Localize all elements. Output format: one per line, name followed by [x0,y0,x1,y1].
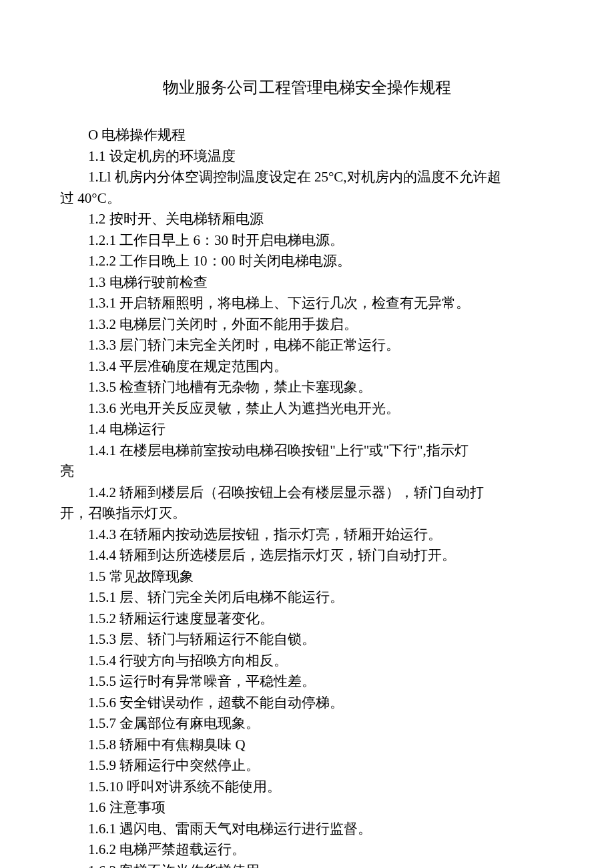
content-line: 1.6.1 遇闪电、雷雨天气对电梯运行进行监督。 [60,819,554,840]
content-line: 1.4.2 轿厢到楼层后（召唤按钮上会有楼层显示器），轿门自动打 [60,482,554,504]
content-line: 1.3.3 层门轿门未完全关闭时，电梯不能正常运行。 [60,335,554,356]
content-line: 1.2 按时开、关电梯轿厢电源 [60,209,554,230]
content-line: 1.5.4 行驶方向与招唤方向相反。 [60,650,554,672]
content-line: 1.5.5 运行时有异常噪音，平稳性差。 [60,671,554,693]
content-line: 1.5.10 呼叫对讲系统不能使用。 [60,777,554,798]
content-line: 亮 [60,461,554,482]
content-line: 1.5.2 轿厢运行速度显著变化。 [60,608,554,630]
content-line: 1.6.2 电梯严禁超载运行。 [60,839,554,861]
content-line: 1.3.5 检查轿门地槽有无杂物，禁止卡塞现象。 [60,377,554,398]
content-line: 1.5.1 层、轿门完全关闭后电梯不能运行。 [60,587,554,608]
content-line: 1.3 电梯行驶前检查 [60,272,554,294]
content-line: 1.6.3 客梯不许当作货梯使用。 [60,861,554,869]
content-line: 过 40°C。 [60,188,554,209]
content-line: 1.5.6 安全钳误动作，超载不能自动停梯。 [60,693,554,714]
content-line: 1.3.1 开启轿厢照明，将电梯上、下运行几次，检查有无异常。 [60,293,554,314]
document-content: O 电梯操作规程 1.1 设定机房的环境温度 1.Ll 机房内分体空调控制温度设… [60,125,554,868]
content-line: 1.1 设定机房的环境温度 [60,146,554,167]
content-line: 1.4.4 轿厢到达所选楼层后，选层指示灯灭，轿门自动打开。 [60,545,554,566]
content-line: 1.3.6 光电开关反应灵敏，禁止人为遮挡光电开光。 [60,398,554,420]
document-title: 物业服务公司工程管理电梯安全操作规程 [60,77,554,98]
content-line: 开，召唤指示灯灭。 [60,503,554,524]
content-line: 1.5.8 轿厢中有焦糊臭味 Q [60,735,554,756]
content-line: 1.3.4 平层准确度在规定范围内。 [60,356,554,378]
content-line: 1.5.9 轿厢运行中突然停止。 [60,755,554,777]
content-line: 1.6 注意事项 [60,797,554,819]
content-line: 1.4.1 在楼层电梯前室按动电梯召唤按钮"上行"或"下行",指示灯 [60,440,554,462]
content-line: 1.2.2 工作日晚上 10：00 时关闭电梯电源。 [60,251,554,272]
content-line: 1.5.7 金属部位有麻电现象。 [60,713,554,735]
content-line: 1.4 电梯运行 [60,419,554,440]
content-line: 1.3.2 电梯层门关闭时，外面不能用手拨启。 [60,314,554,336]
content-line: O 电梯操作规程 [60,125,554,146]
content-line: 1.5 常见故障现象 [60,566,554,588]
content-line: 1.5.3 层、轿门与轿厢运行不能自锁。 [60,629,554,650]
content-line: 1.2.1 工作日早上 6：30 时开启电梯电源。 [60,230,554,252]
content-line: 1.4.3 在轿厢内按动选层按钮，指示灯亮，轿厢开始运行。 [60,524,554,546]
content-line: 1.Ll 机房内分体空调控制温度设定在 25°C,对机房内的温度不允许超 [60,167,554,188]
